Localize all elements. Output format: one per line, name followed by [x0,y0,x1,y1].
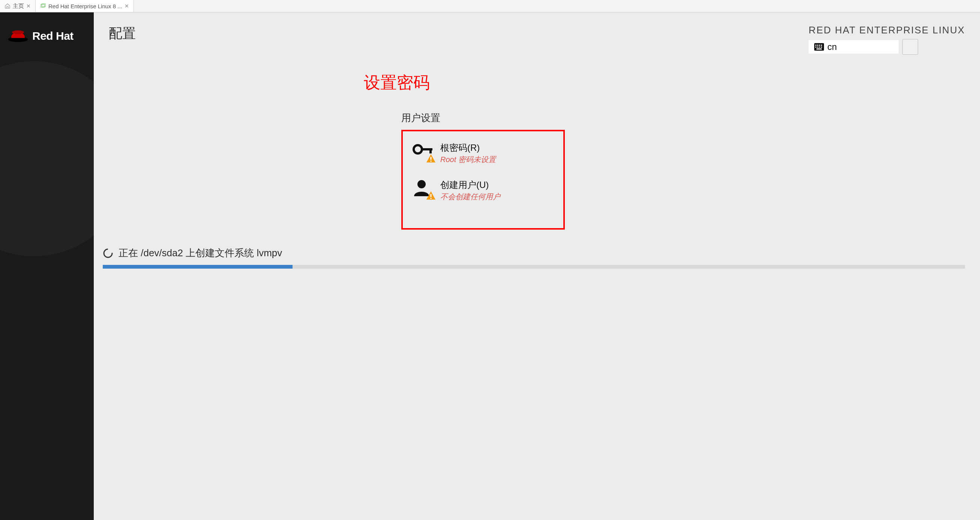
home-icon [5,3,11,9]
svg-rect-5 [815,45,816,46]
highlight-box: 根密码(R) Root 密码未设置 [401,130,565,230]
svg-rect-9 [815,46,816,48]
close-icon[interactable]: ✕ [124,3,129,9]
svg-point-3 [12,30,24,34]
brand-name: Red Hat [32,30,73,42]
installer-panel: 配置 RED HAT ENTERPRISE LINUX cn 设置密码 用户设置 [94,13,980,520]
svg-rect-10 [817,46,818,48]
vm-tab-icon [40,3,46,9]
close-icon[interactable]: ✕ [26,3,31,9]
progress-bar [103,265,965,269]
svg-rect-8 [821,45,822,46]
sidebar: Red Hat [0,13,94,520]
svg-rect-16 [430,148,432,153]
progress-fill [103,265,293,269]
svg-rect-12 [821,46,822,48]
brand-logo: Red Hat [0,13,94,45]
vm-window: Red Hat 配置 RED HAT ENTERPRISE LINUX cn [0,13,980,520]
svg-rect-6 [817,45,818,46]
tab-bar: 主页 ✕ Red Hat Enterprise Linux 8 ... ✕ [0,0,980,13]
annotation-text: 设置密码 [364,72,430,94]
svg-rect-11 [819,46,820,48]
help-button[interactable] [902,39,918,55]
warning-icon [426,191,436,200]
keyboard-layout-button[interactable]: cn [808,40,899,54]
svg-point-14 [414,145,422,153]
root-password-spoke[interactable]: 根密码(R) Root 密码未设置 [412,142,554,165]
create-user-label: 创建用户(U) [440,179,500,191]
svg-rect-20 [431,194,432,197]
svg-rect-7 [819,45,820,46]
tab-vm[interactable]: Red Hat Enterprise Linux 8 ... ✕ [36,0,134,12]
progress-text: 正在 /dev/sda2 上创建文件系统 lvmpv [119,247,282,260]
keyboard-layout-label: cn [827,41,837,52]
spinner-icon [103,248,113,258]
root-password-status: Root 密码未设置 [440,155,496,165]
svg-rect-13 [816,48,822,49]
svg-rect-17 [431,157,432,160]
tab-home[interactable]: 主页 ✕ [0,0,36,12]
svg-rect-21 [431,198,432,199]
keyboard-icon [814,43,824,51]
page-title: 配置 [109,24,136,43]
user-settings-heading: 用户设置 [401,112,565,124]
create-user-status: 不会创建任何用户 [440,192,500,202]
create-user-spoke[interactable]: 创建用户(U) 不会创建任何用户 [412,179,554,202]
tab-vm-label: Red Hat Enterprise Linux 8 ... [48,3,122,10]
svg-point-22 [104,249,112,257]
warning-icon [426,154,436,163]
fedora-hat-icon [8,27,29,45]
progress-area: 正在 /dev/sda2 上创建文件系统 lvmpv [103,247,965,269]
background-arc [0,61,94,256]
root-password-label: 根密码(R) [440,142,496,154]
svg-rect-18 [431,161,432,162]
svg-point-19 [417,180,426,188]
os-title: RED HAT ENTERPRISE LINUX [808,24,965,36]
tab-home-label: 主页 [13,3,24,10]
